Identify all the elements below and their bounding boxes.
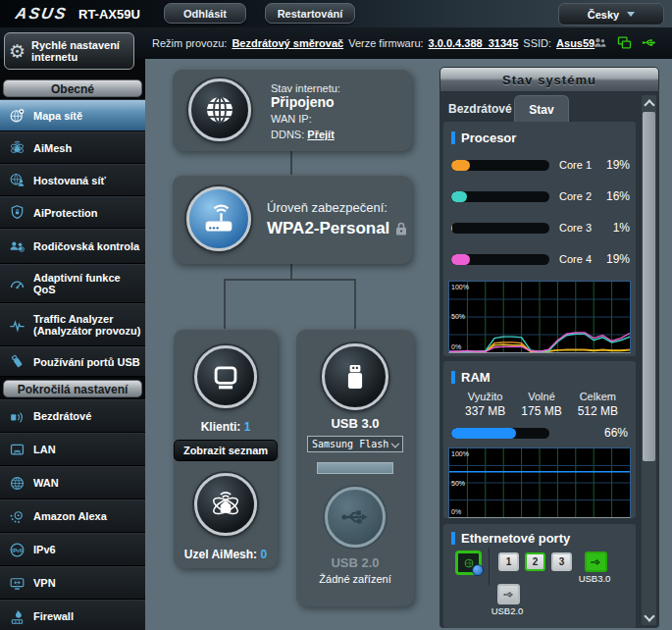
- sidebar-item-usb-application[interactable]: Používání portů USB: [0, 346, 145, 377]
- lan-port-1-icon: 1: [498, 552, 519, 571]
- ddns-link[interactable]: Přejít: [307, 129, 335, 140]
- usb-drive-icon[interactable]: [322, 343, 388, 410]
- sidebar-item-aiprotection[interactable]: AiProtection: [0, 196, 145, 229]
- cpu-core-pct: 16%: [594, 189, 630, 203]
- sidebar-item-adaptive-qos[interactable]: Adaptivní funkce QoS: [0, 264, 145, 303]
- chevron-up-icon: [644, 99, 654, 110]
- ddns-label: DDNS:: [271, 129, 304, 140]
- asus-logo: ASUS: [14, 5, 69, 23]
- scroll-up-button[interactable]: [642, 95, 656, 111]
- sidebar-item-label: Amazon Alexa: [33, 510, 111, 522]
- ram-total-label: Celkem: [570, 391, 626, 402]
- sidebar-item-wan[interactable]: WAN: [0, 466, 145, 499]
- aimesh-icon: [0, 138, 33, 157]
- lan-port-2-icon: 2: [525, 552, 545, 571]
- cpu-chart-tick-50: 50%: [451, 313, 465, 320]
- clients-label: Klienti:: [201, 420, 241, 434]
- cpu-core-bar: [451, 191, 549, 202]
- network-map-icon: [0, 106, 33, 125]
- usb2-port-label: USB2.0: [485, 605, 530, 616]
- firmware-version-link[interactable]: 3.0.0.4.388_31345: [429, 37, 519, 49]
- ram-usage-bar-fill: [451, 428, 516, 439]
- scroll-down-button[interactable]: [642, 609, 656, 625]
- divider: [489, 548, 490, 585]
- logout-button[interactable]: Odhlásit: [164, 3, 246, 24]
- sidebar-item-wireless[interactable]: Bezdrátové: [0, 399, 145, 433]
- wireless-icon: [0, 407, 33, 426]
- cpu-section: Procesor Core 1 19% Core 2 16% Core 3: [443, 122, 636, 356]
- wan-icon: [0, 474, 33, 493]
- usb-device-select[interactable]: Samsung Flash I: [307, 436, 403, 452]
- sidebar-item-label: Bezdrátové: [33, 410, 95, 422]
- sidebar-header-advanced: Pokročilá nastavení: [3, 380, 142, 397]
- quick-internet-setup-button[interactable]: ⚙ Rychlé nastavení internetu: [4, 32, 134, 70]
- ram-chart-tick-0: 0%: [451, 508, 461, 515]
- router-icon[interactable]: [186, 186, 251, 251]
- aiprotection-icon: [0, 203, 33, 222]
- vpn-icon: [0, 574, 33, 593]
- ssid-link[interactable]: Asus59: [556, 37, 594, 49]
- internet-status-value: Připojeno: [271, 94, 340, 110]
- scroll-thumb[interactable]: [643, 112, 655, 461]
- sidebar-item-label: Používání portů USB: [33, 356, 144, 368]
- status-panel-scrollbar[interactable]: [642, 95, 656, 625]
- sidebar-item-parental-controls[interactable]: Rodičovská kontrola: [0, 229, 145, 264]
- usb2-status: Žádné zařízení: [296, 573, 414, 585]
- aimesh-node-icon[interactable]: [194, 473, 257, 536]
- system-status-body: Bezdrátové Stav Procesor Core 1 19% Core…: [439, 92, 659, 628]
- sidebar-item-label: IPv6: [33, 544, 60, 555]
- ethernet-section-title: Ethernetové porty: [461, 531, 570, 546]
- clients-monitor-icon[interactable]: [194, 345, 257, 408]
- chevron-down-icon: [644, 610, 654, 621]
- sidebar-item-label: Mapa sítě: [33, 110, 86, 122]
- aimesh-label: Uzel AiMesh:: [184, 548, 257, 561]
- usb-card: USB 3.0 Samsung Flash I USB 2.0 Žádné za…: [296, 329, 414, 606]
- parental-controls-icon: [0, 237, 33, 256]
- section-accent-bar: [451, 532, 455, 545]
- lan-port-number: 3: [559, 556, 565, 567]
- ram-usage-pct: 66%: [604, 426, 628, 440]
- sidebar-item-guest-network[interactable]: Hostovaná síť: [0, 164, 145, 196]
- usb3-title: USB 3.0: [296, 416, 414, 431]
- sidebar-item-aimesh[interactable]: AiMesh: [0, 131, 145, 164]
- section-accent-bar: [451, 131, 455, 144]
- cpu-core-bar: [451, 160, 549, 171]
- reboot-button[interactable]: Restartování: [265, 3, 355, 24]
- ram-section-title: RAM: [461, 370, 491, 385]
- usb2-port-circle-icon[interactable]: [325, 487, 386, 548]
- sidebar-item-ipv6[interactable]: IPv6 IPv6: [0, 533, 145, 566]
- cpu-core-row: Core 4 19%: [443, 243, 636, 275]
- language-select[interactable]: Česky: [558, 3, 664, 26]
- wired-devices-status-icon[interactable]: [616, 34, 633, 53]
- sidebar-item-lan[interactable]: LAN: [0, 433, 145, 466]
- operation-mode-label: Režim provozu:: [152, 37, 227, 49]
- sidebar-item-label: Firewall: [33, 610, 78, 622]
- cpu-core-name: Core 2: [559, 190, 594, 202]
- internet-status-card: Stav internetu: Připojeno WAN IP: DDNS: …: [173, 69, 412, 151]
- tab-wireless[interactable]: Bezdrátové: [448, 102, 512, 116]
- sidebar-item-network-map[interactable]: Mapa sítě: [0, 99, 145, 131]
- sidebar-item-vpn[interactable]: VPN: [0, 566, 145, 600]
- usb-capacity-bar: [317, 462, 393, 474]
- cpu-core-row: Core 1 19%: [443, 149, 636, 181]
- usb-status-icon[interactable]: [641, 34, 658, 53]
- sidebar-item-label: WAN: [33, 477, 63, 489]
- operation-mode-link[interactable]: Bezdrátový směrovač: [232, 37, 343, 49]
- sidebar-item-label: Adaptivní funkce QoS: [33, 272, 145, 295]
- router-model: RT-AX59U: [78, 7, 140, 22]
- globe-icon[interactable]: [188, 79, 251, 141]
- clients-status-icon[interactable]: [592, 34, 608, 53]
- tab-status[interactable]: Stav: [514, 95, 569, 123]
- sidebar-item-amazon-alexa[interactable]: Amazon Alexa: [0, 499, 145, 533]
- aimesh-node-label: Uzel AiMesh: 0: [174, 548, 278, 561]
- sidebar-item-label: VPN: [33, 577, 60, 589]
- view-client-list-button[interactable]: Zobrazit seznam: [174, 440, 278, 461]
- sidebar-item-traffic-analyzer[interactable]: Traffic Analyzer (Analyzátor provozu): [0, 303, 145, 346]
- cpu-history-chart: 100% 50% 0%: [448, 281, 631, 353]
- chevron-down-icon: [627, 12, 635, 17]
- language-label: Česky: [588, 9, 619, 21]
- usb-application-icon: [0, 352, 33, 371]
- sidebar-item-firewall[interactable]: Firewall: [0, 600, 145, 630]
- cpu-chart-tick-0: 0%: [451, 343, 461, 350]
- traffic-analyzer-icon: [0, 316, 33, 335]
